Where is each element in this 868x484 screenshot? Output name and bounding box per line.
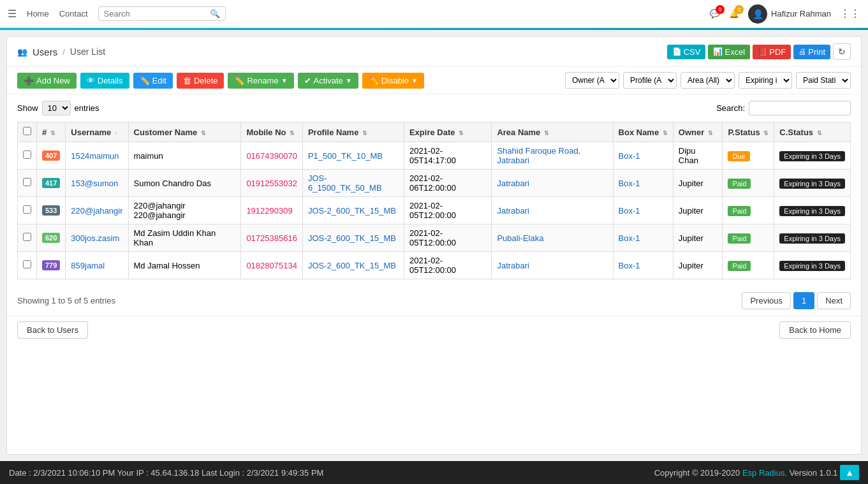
- area-filter[interactable]: Area (All): [680, 72, 735, 89]
- print-button[interactable]: 🖨 Print: [793, 45, 830, 59]
- col-expire[interactable]: Expire Date ⇅: [404, 122, 491, 142]
- rename-button[interactable]: ✏️ Rename ▼: [228, 73, 293, 89]
- row-pstatus: Paid: [723, 170, 774, 197]
- table-row: 417 153@sumon Sumon Chandro Das 01912553…: [18, 170, 851, 197]
- filter-selects: Owner (A Profile (A Area (All) Expiring …: [565, 72, 851, 89]
- row-cstatus: Expiring in 3 Days: [774, 252, 851, 279]
- activate-dropdown-arrow: ▼: [346, 77, 352, 84]
- col-mobile[interactable]: Mobile No ⇅: [241, 122, 303, 142]
- row-owner: Dipu Chan: [673, 142, 723, 170]
- col-username[interactable]: Username ↑: [66, 122, 128, 142]
- area-link[interactable]: Jatrabari: [497, 206, 529, 216]
- activate-button[interactable]: ✔ Activate ▼: [298, 73, 358, 89]
- paid-status-filter[interactable]: Paid Stati: [796, 72, 851, 89]
- entries-label: entries: [75, 103, 99, 113]
- username-link[interactable]: 300jos.zasim: [71, 233, 119, 243]
- col-owner[interactable]: Owner ⇅: [673, 122, 723, 142]
- table-search-input[interactable]: [749, 101, 851, 115]
- col-customer[interactable]: Customer Name ⇅: [128, 122, 241, 142]
- row-profile: P1_500_TK_10_MB: [302, 142, 404, 170]
- expiring-filter[interactable]: Expiring i: [739, 72, 792, 89]
- hamburger-icon[interactable]: ☰: [8, 8, 17, 20]
- delete-button[interactable]: 🗑 Delete: [177, 73, 224, 89]
- entries-select[interactable]: 10: [42, 101, 71, 115]
- mobile-link[interactable]: 1912290309: [246, 206, 292, 216]
- profile-link[interactable]: JOS-2_600_TK_15_MB: [308, 206, 396, 216]
- profile-link[interactable]: JOS-6_1500_TK_50_MB: [308, 173, 382, 193]
- row-select-checkbox[interactable]: [23, 233, 31, 241]
- excel-button[interactable]: 📊 Excel: [708, 45, 750, 59]
- eye-icon: 👁: [87, 76, 95, 85]
- col-box[interactable]: Box Name ⇅: [613, 122, 673, 142]
- right-icons: 💬 0 🔔 0 👤 Hafizur Rahman ⋮⋮: [710, 4, 860, 24]
- csv-button[interactable]: 📄 CSV: [667, 45, 706, 59]
- pagination-buttons: Previous 1 Next: [742, 292, 851, 309]
- box-link[interactable]: Box-1: [619, 233, 640, 243]
- col-profile[interactable]: Profile Name ⇅: [302, 122, 404, 142]
- id-badge: 407: [42, 150, 60, 161]
- nav-contact[interactable]: Contact: [59, 9, 88, 18]
- main-content: 👥 Users / User List 📄 CSV 📊 Excel 📕 PDF …: [6, 36, 862, 455]
- show-label: Show: [17, 103, 38, 113]
- row-select-checkbox[interactable]: [23, 260, 31, 268]
- row-cstatus: Expiring in 3 Days: [774, 224, 851, 252]
- search-input[interactable]: [104, 9, 206, 18]
- table-row: 620 300jos.zasim Md Zasim Uddin Khan Kha…: [18, 224, 851, 252]
- disable-button[interactable]: ✏️ Disable ▼: [362, 73, 424, 89]
- user-menu[interactable]: 👤 Hafizur Rahman: [748, 4, 831, 24]
- username-link[interactable]: 859jamal: [71, 261, 105, 270]
- back-to-users-button[interactable]: Back to Users: [17, 321, 88, 339]
- refresh-button[interactable]: ↻: [833, 43, 851, 60]
- chat-icon-btn[interactable]: 💬 0: [710, 9, 720, 18]
- pstatus-badge: Due: [728, 151, 749, 161]
- row-id: 779: [37, 252, 66, 279]
- profile-filter[interactable]: Profile (A: [623, 72, 677, 89]
- details-button[interactable]: 👁 Details: [80, 73, 129, 89]
- row-checkbox: [18, 197, 37, 224]
- profile-link[interactable]: JOS-2_600_TK_15_MB: [308, 233, 396, 243]
- username-link[interactable]: 1524maimun: [71, 151, 119, 161]
- scroll-top-button[interactable]: ▲: [840, 465, 859, 480]
- pdf-button[interactable]: 📕 PDF: [753, 45, 791, 59]
- profile-link[interactable]: JOS-2_600_TK_15_MB: [308, 261, 396, 270]
- col-id[interactable]: # ⇅: [37, 122, 66, 142]
- edit-button[interactable]: ✏️ Edit: [133, 73, 173, 89]
- area-link[interactable]: Jatrabari: [497, 261, 529, 270]
- owner-filter[interactable]: Owner (A: [565, 72, 619, 89]
- area-link[interactable]: Shahid Faroque Road, Jatrabari: [497, 146, 580, 165]
- row-select-checkbox[interactable]: [23, 150, 31, 159]
- col-cstatus[interactable]: C.Status ⇅: [774, 122, 851, 142]
- col-area[interactable]: Area Name ⇅: [492, 122, 613, 142]
- rename-icon: ✏️: [234, 76, 244, 85]
- back-to-home-button[interactable]: Back to Home: [779, 321, 851, 339]
- area-link[interactable]: Jatrabari: [497, 179, 529, 188]
- mobile-link[interactable]: 01725385616: [246, 233, 297, 243]
- next-button[interactable]: Next: [817, 292, 851, 309]
- box-link[interactable]: Box-1: [619, 151, 640, 161]
- mobile-link[interactable]: 01828075134: [246, 261, 297, 270]
- profile-link[interactable]: P1_500_TK_10_MB: [308, 151, 383, 161]
- nav-home[interactable]: Home: [27, 9, 49, 18]
- col-checkbox: [18, 122, 37, 142]
- username-link[interactable]: 220@jahangir: [71, 206, 122, 216]
- area-link[interactable]: Pubali-Elaka: [497, 233, 543, 243]
- add-new-button[interactable]: ➕ Add New: [17, 73, 77, 89]
- search-box: 🔍: [98, 6, 226, 21]
- select-all-checkbox[interactable]: [23, 127, 31, 135]
- grid-icon[interactable]: ⋮⋮: [840, 8, 860, 20]
- row-select-checkbox[interactable]: [23, 205, 31, 214]
- col-pstatus[interactable]: P.Status ⇅: [723, 122, 774, 142]
- box-link[interactable]: Box-1: [619, 179, 640, 188]
- box-link[interactable]: Box-1: [619, 206, 640, 216]
- box-link[interactable]: Box-1: [619, 261, 640, 270]
- row-username: 1524maimun: [66, 142, 128, 170]
- row-select-checkbox[interactable]: [23, 178, 31, 186]
- username-link[interactable]: 153@sumon: [71, 179, 118, 188]
- previous-button[interactable]: Previous: [742, 292, 791, 309]
- page-1-button[interactable]: 1: [793, 292, 814, 309]
- mobile-link[interactable]: 01674390070: [246, 151, 297, 161]
- mobile-link[interactable]: 01912553032: [246, 179, 297, 188]
- row-expire: 2021-02-06T12:00:00: [404, 170, 491, 197]
- bell-icon-btn[interactable]: 🔔 0: [729, 9, 739, 18]
- row-expire: 2021-02-05T12:00:00: [404, 252, 491, 279]
